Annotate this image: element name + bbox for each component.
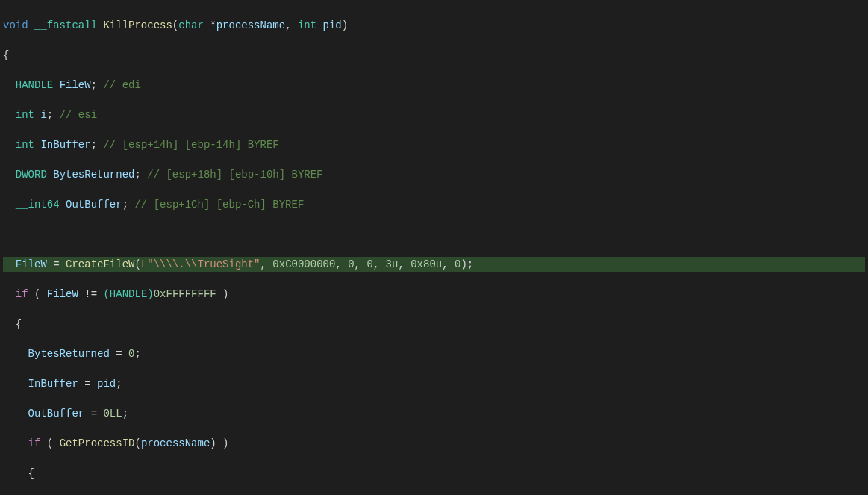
code-line: { — [3, 48, 865, 63]
param-pid: pid — [323, 19, 342, 31]
func-createfilew: CreateFileW — [66, 258, 134, 270]
comment: // [esp+18h] [ebp-10h] BYREF — [147, 169, 322, 181]
code-line-highlighted: FileW = CreateFileW(L"\\\\.\\TrueSight",… — [3, 257, 865, 272]
code-line: if ( GetProcessID(processName) ) — [3, 436, 865, 451]
comment: // edi — [103, 79, 140, 91]
code-line: if ( FileW != (HANDLE)0xFFFFFFFF ) — [3, 287, 865, 302]
comment: // esi — [60, 109, 97, 121]
code-line — [3, 227, 865, 242]
code-line: BytesReturned = 0; — [3, 346, 865, 361]
code-view[interactable]: void __fastcall KillProcess(char *proces… — [0, 0, 868, 495]
string-literal: "\\\\.\\TrueSight" — [147, 258, 260, 270]
code-line: int i; // esi — [3, 108, 865, 122]
code-line: OutBuffer = 0LL; — [3, 406, 865, 421]
function-name: KillProcess — [103, 19, 172, 31]
code-line: __int64 OutBuffer; // [esp+1Ch] [ebp-Ch]… — [3, 197, 865, 212]
code-line: DWORD BytesReturned; // [esp+18h] [ebp-1… — [3, 167, 865, 182]
keyword-void: void — [3, 19, 28, 31]
keyword-fastcall: __fastcall — [34, 19, 97, 31]
code-line: InBuffer = pid; — [3, 376, 865, 391]
code-line: int InBuffer; // [esp+14h] [ebp-14h] BYR… — [3, 137, 865, 152]
code-line: { — [3, 317, 865, 331]
keyword-char: char — [178, 19, 204, 31]
comment: // [esp+1Ch] [ebp-Ch] BYREF — [134, 199, 304, 211]
code-line: { — [3, 466, 865, 481]
param-processname: processName — [216, 19, 285, 31]
comment: // [esp+14h] [ebp-14h] BYREF — [103, 139, 278, 151]
code-line: HANDLE FileW; // edi — [3, 78, 865, 93]
code-line: void __fastcall KillProcess(char *proces… — [3, 18, 865, 33]
